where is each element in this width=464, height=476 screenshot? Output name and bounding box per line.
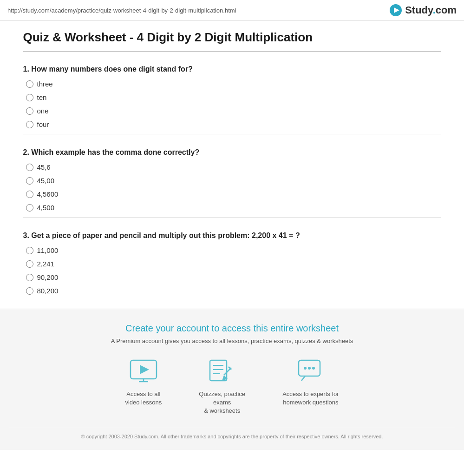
logo-area: Study.com [389,4,457,17]
option-row-q1b[interactable]: ten [23,93,441,101]
option-row-q2b[interactable]: 45,00 [23,177,441,185]
option-row-q2a[interactable]: 45,6 [23,163,441,171]
option-label-q3d: 80,200 [37,287,59,295]
cta-title: Create your account to access this entir… [9,323,455,334]
option-label-q2c: 4,5600 [37,190,59,198]
option-row-q2d[interactable]: 4,500 [23,204,441,212]
quiz-icon [208,359,236,383]
radio-q1c[interactable] [26,107,33,115]
radio-q2b[interactable] [26,177,33,185]
svg-point-15 [308,367,311,370]
option-row-q3c[interactable]: 90,200 [23,273,441,281]
question-text-2: 2. Which example has the comma done corr… [23,148,441,157]
option-row-q2c[interactable]: 4,5600 [23,190,441,198]
copyright-text: © copyright 2003-2020 Study.com. All oth… [9,427,455,441]
question-text-3: 3. Get a piece of paper and pencil and m… [23,231,441,240]
option-label-q3a: 11,000 [37,246,59,254]
footer-cta: Create your account to access this entir… [0,309,464,450]
option-row-q3b[interactable]: 2,241 [23,260,441,268]
radio-q2c[interactable] [26,191,33,198]
studycom-logo-icon [389,4,402,17]
logo-text: Study.com [405,4,457,16]
option-label-q2d: 4,500 [37,204,55,212]
question-divider-2 [23,217,441,218]
radio-q1d[interactable] [26,121,33,128]
svg-point-16 [312,367,315,370]
question-block-1: 1. How many numbers does one digit stand… [23,65,441,134]
feature-quizzes: Quizzes, practice exams & worksheets [190,357,255,416]
option-label-q2a: 45,6 [37,163,51,171]
video-icon [130,359,157,383]
page-title: Quiz & Worksheet - 4 Digit by 2 Digit Mu… [23,30,441,52]
question-block-2: 2. Which example has the comma done corr… [23,148,441,218]
cta-subtitle: A Premium account gives you access to al… [9,337,455,344]
option-label-q1a: three [37,80,53,88]
option-row-q3a[interactable]: 11,000 [23,246,441,254]
option-row-q1c[interactable]: one [23,107,441,115]
svg-line-17 [301,376,305,381]
feature-video: Access to all video lessons [125,357,162,416]
radio-q3b[interactable] [26,260,33,268]
expert-icon [297,359,325,383]
top-bar: http://study.com/academy/practice/quiz-w… [0,0,464,21]
video-icon-box [127,357,160,385]
radio-q1b[interactable] [26,94,33,101]
feature-quizzes-label: Quizzes, practice exams & worksheets [190,390,255,416]
main-content: Quiz & Worksheet - 4 Digit by 2 Digit Mu… [9,21,455,295]
quiz-icon-box [206,357,238,385]
option-label-q3b: 2,241 [37,260,55,268]
feature-experts: Access to experts for homework questions [282,357,339,416]
question-text-1: 1. How many numbers does one digit stand… [23,65,441,73]
radio-q1a[interactable] [26,80,33,88]
radio-q2a[interactable] [26,164,33,171]
url-display: http://study.com/academy/practice/quiz-w… [7,7,236,14]
questions-container: 1. How many numbers does one digit stand… [23,65,441,295]
option-row-q1d[interactable]: four [23,120,441,128]
option-row-q3d[interactable]: 80,200 [23,287,441,295]
radio-q3c[interactable] [26,274,33,281]
radio-q3d[interactable] [26,287,33,295]
radio-q2d[interactable] [26,204,33,212]
svg-marker-3 [140,365,149,374]
option-label-q2b: 45,00 [37,177,55,185]
question-divider-1 [23,134,441,134]
option-label-q1c: one [37,107,49,115]
expert-icon-box [294,357,327,385]
option-label-q3c: 90,200 [37,273,59,281]
feature-video-label: Access to all video lessons [125,390,162,407]
svg-point-14 [304,367,307,370]
option-label-q1d: four [37,120,49,128]
option-row-q1a[interactable]: three [23,80,441,88]
question-block-3: 3. Get a piece of paper and pencil and m… [23,231,441,295]
features-row: Access to all video lessons Quizze [9,357,455,416]
feature-experts-label: Access to experts for homework questions [282,390,339,407]
radio-q3a[interactable] [26,247,33,254]
option-label-q1b: ten [37,93,47,101]
